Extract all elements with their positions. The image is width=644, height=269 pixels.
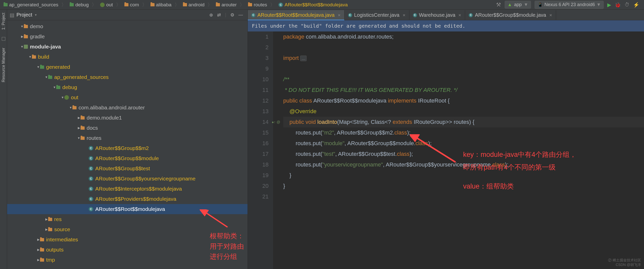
editor-tab[interactable]: CARouter$$Group$$module.java✕ [465,10,556,20]
tree-row[interactable]: CARouter$$Group$$module [7,153,248,163]
gutter-line[interactable]: 21 [248,191,269,202]
gutter-line[interactable]: 16 [248,138,269,149]
breadcrumbs: ap_generated_sources〉debug〉out〉com〉aliba… [2,1,496,9]
close-icon[interactable]: ✕ [338,13,341,17]
tree-label: ARouter$$Group$$test [95,165,150,172]
tree-arrow-icon[interactable]: ▼ [20,45,24,48]
gutter-line[interactable]: 10 [248,74,269,85]
tree-row[interactable]: CARouter$$Providers$$modulejava [7,194,248,204]
chevron-down-icon[interactable]: ▼ [34,13,37,17]
expand-icon[interactable]: ⇄ [215,12,223,18]
gutter-line[interactable]: 1 [248,31,269,42]
tool-project-tab[interactable]: 1: Project [1,11,6,32]
tree-row[interactable]: ▶tmp [7,255,248,265]
gutter-line[interactable]: 13 [248,106,269,117]
tree-row[interactable]: ▼demo [7,21,248,31]
gear-icon[interactable]: ⚙ [228,12,236,18]
breadcrumb-item[interactable]: debug〉 [68,1,98,9]
tree-row[interactable]: ▼build [7,52,248,62]
close-icon[interactable]: ✕ [458,13,461,17]
tree-row[interactable]: CARouter$$Group$$m2 [7,143,248,153]
tree-arrow-icon[interactable]: ▼ [61,96,64,99]
crumb-label: arouter [221,2,237,8]
project-tree[interactable]: ▼demo▶gradle▼module-java▼build▼generated… [7,20,248,269]
tree-row[interactable]: ▶demo.module1 [7,113,248,123]
tree-row[interactable]: ▼out [7,92,248,103]
gutter-line[interactable]: 15 [248,127,269,138]
tree-row[interactable]: ▼debug [7,82,248,92]
breadcrumb-item[interactable]: com〉 [123,1,148,9]
build-icon[interactable]: ⚒ [496,2,501,8]
tree-arrow-icon[interactable]: ▶ [77,116,81,120]
breadcrumb-item[interactable]: CARouter$$Root$$modulejava [277,2,349,8]
class-icon: C [89,166,93,171]
tree-arrow-icon[interactable]: ▶ [45,217,48,221]
project-panel-title[interactable]: Project [16,12,32,18]
gutter-line[interactable]: 20 [248,181,269,191]
tree-row[interactable]: ▼generated [7,62,248,72]
tree-row[interactable]: ▼ap_generated_sources [7,72,248,82]
gutter-line[interactable]: 18 [248,159,269,170]
editor-tab[interactable]: CWarehouse.java✕ [409,10,465,20]
tree-row[interactable]: CARouter$$Group$$test [7,163,248,174]
tree-arrow-icon[interactable]: ▶ [77,126,81,130]
tree-row[interactable]: ▼com.alibaba.android.arouter [7,103,248,113]
tree-arrow-icon[interactable]: ▶ [45,228,48,231]
gutter-line[interactable]: 3 [248,53,269,63]
tree-row[interactable]: ▶docs [7,123,248,133]
gutter-line[interactable]: 19 [248,170,269,181]
breadcrumb-item[interactable]: out〉 [99,1,122,9]
tool-resource-tab[interactable]: Resource Manager [1,46,6,84]
tree-arrow-icon[interactable]: ▼ [20,25,24,28]
tree-arrow-icon[interactable]: ▶ [36,258,40,262]
tree-row[interactable]: ▼routes [7,133,248,143]
chevron-right-icon: 〉 [270,2,275,8]
gutter-line[interactable]: 9 [248,63,269,74]
source[interactable]: package com.alibaba.android.arouter.rout… [273,31,644,269]
tree-arrow-icon[interactable]: ▼ [69,106,72,109]
device-selector[interactable]: 📱 Nexus 6 API 23 android6 ▼ [535,1,604,9]
profile-button[interactable]: ⏱ [624,2,630,8]
tree-row[interactable]: ▼module-java [7,42,248,52]
tree-arrow-icon[interactable]: ▼ [45,75,48,79]
code-area[interactable]: 12391011121314●↑ @15161718192021 package… [248,31,644,269]
tree-row[interactable]: CARouter$$Interceptors$$modulejava [7,184,248,194]
editor-tab[interactable]: CARouter$$Root$$modulejava.java✕ [248,10,345,20]
tree-label: ARouter$$Root$$modulejava [95,206,165,212]
run-button[interactable]: ▶ [607,2,611,8]
tree-arrow-icon[interactable]: ▼ [53,86,56,89]
tree-arrow-icon[interactable]: ▶ [36,248,40,251]
tree-label: demo.module1 [87,115,122,121]
folder-icon [248,3,252,6]
breadcrumb-item[interactable]: routes〉 [247,1,276,9]
tree-arrow-icon[interactable]: ▶ [36,238,40,241]
gutter-line[interactable]: 2 [248,42,269,53]
breadcrumb-item[interactable]: ap_generated_sources〉 [2,1,68,9]
breadcrumb-item[interactable]: android〉 [181,1,214,9]
locate-icon[interactable]: ⊕ [207,12,215,18]
gutter-line[interactable]: 14●↑ @ [248,117,269,127]
gutter-line[interactable]: 12 [248,95,269,106]
breadcrumb-item[interactable]: alibaba〉 [149,1,181,9]
editor-tab[interactable]: CLogisticsCenter.java✕ [345,10,409,20]
tree-row[interactable]: ▶res [7,214,248,224]
tree-row[interactable]: CARouter$$Root$$modulejava [7,204,248,214]
tree-arrow-icon[interactable]: ▼ [28,55,32,59]
tree-arrow-icon[interactable]: ▼ [36,65,40,69]
tree-row[interactable]: ▶source [7,224,248,234]
tree-arrow-icon[interactable]: ▶ [20,35,24,38]
tree-row[interactable]: ▶gradle [7,31,248,42]
tree-row[interactable]: ▶intermediates [7,234,248,245]
gutter-line[interactable]: 11 [248,85,269,95]
debug-button[interactable]: 🐞 [615,2,621,8]
tree-row[interactable]: CARouter$$Group$$yourservicegroupname [7,174,248,184]
tree-arrow-icon[interactable]: ▼ [77,136,81,140]
attach-button[interactable]: ⚡ [633,2,639,8]
breadcrumb-item[interactable]: arouter〉 [214,1,246,9]
gutter-line[interactable]: 17 [248,149,269,159]
close-icon[interactable]: ✕ [549,13,552,17]
close-icon[interactable]: ✕ [403,13,406,17]
tree-row[interactable]: ▶outputs [7,245,248,255]
hide-icon[interactable]: — [236,12,245,18]
run-config-selector[interactable]: ▲ app ▼ [505,1,531,9]
